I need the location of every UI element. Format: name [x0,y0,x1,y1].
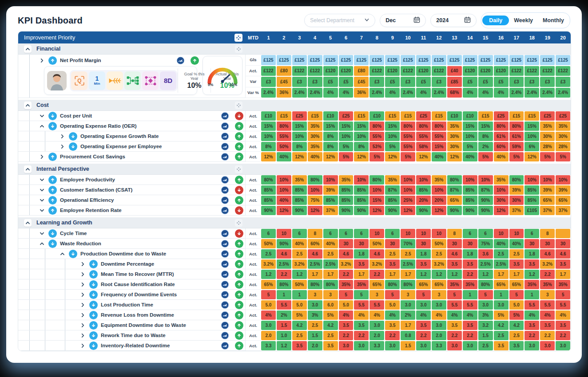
collapse-chevron-icon[interactable] [39,240,45,247]
expand-chevron-icon[interactable] [79,312,86,318]
data-cell: 55% [369,132,384,141]
kpi-row-left: Downtime Percentage [18,259,246,269]
drag-handle-icon[interactable] [235,219,242,227]
data-cell: 3.5 [354,259,369,269]
data-cell: 40% [292,239,307,248]
data-cell: 85% [323,196,338,205]
collapse-chevron-icon[interactable] [59,251,66,257]
data-cell: 85% [339,185,354,195]
performance-gauge-icon[interactable] [221,153,229,161]
one-min-badge[interactable]: 1Min [89,71,105,90]
data-cell: 1.7 [509,270,524,279]
toggle-option-monthly[interactable]: Monthly [538,16,569,25]
data-cell: 3% [308,310,322,320]
expand-chevron-icon[interactable] [39,153,45,160]
data-cell: 3.0 [478,300,493,310]
collapse-chevron-icon[interactable] [39,177,45,183]
performance-gauge-icon[interactable] [221,331,229,340]
performance-gauge-icon[interactable] [221,291,229,299]
data-cell: 90% [385,206,400,215]
eight-d-badge[interactable]: 8D [160,71,176,90]
data-cell: 2% [277,310,291,320]
drag-handle-icon[interactable] [235,102,242,109]
data-cell: 4% [463,88,477,98]
data-cell: 39% [540,185,555,195]
collapse-section-box[interactable] [24,102,32,109]
collapse-section-box[interactable] [24,165,32,173]
performance-gauge-icon[interactable] [221,229,229,238]
data-cell: 1.7 [401,270,415,279]
performance-gauge-icon[interactable] [221,112,229,120]
data-cell: 2.2 [463,270,477,279]
expand-chevron-icon[interactable] [79,281,86,288]
expand-chevron-icon[interactable] [39,57,45,64]
performance-gauge-icon[interactable] [176,56,185,65]
data-cell: 3.5 [556,259,570,269]
data-cell: 1 [277,290,291,299]
collapse-section-box[interactable] [24,219,32,227]
performance-gauge-icon[interactable] [221,280,229,289]
year-picker[interactable]: 2024 [430,14,477,27]
collapse-chevron-icon[interactable] [24,46,31,52]
collapse-chevron-icon[interactable] [39,197,45,204]
performance-gauge-icon[interactable] [221,142,229,151]
collapse-chevron-icon[interactable] [24,220,31,226]
performance-gauge-icon[interactable] [221,132,229,141]
day-column-header: 16 [493,35,509,40]
toggle-option-weekly[interactable]: Weekly [509,16,538,25]
performance-gauge-icon[interactable] [221,260,229,268]
collapse-chevron-icon[interactable] [39,187,45,193]
tree-diagram-icon[interactable] [124,71,141,90]
trend-up-icon [235,250,243,258]
performance-gauge-icon[interactable] [221,186,229,194]
collapse-chevron-icon[interactable] [24,102,31,109]
expand-chevron-icon[interactable] [79,322,86,329]
expand-chevron-icon[interactable] [59,143,66,150]
performance-gauge-icon[interactable] [221,250,229,258]
expand-chevron-icon[interactable] [79,261,86,267]
collapse-chevron-icon[interactable] [39,113,45,119]
data-cell: 1.2 [524,270,539,279]
performance-gauge-icon[interactable] [221,206,229,215]
performance-gauge-icon[interactable] [221,311,229,319]
expand-chevron-icon[interactable] [79,291,86,298]
performance-gauge-icon[interactable] [221,122,229,130]
collapse-chevron-icon[interactable] [39,123,45,130]
performance-gauge-icon[interactable] [221,301,229,309]
data-cell: £125 [261,55,276,65]
trend-down-icon [235,112,243,120]
collapse-chevron-icon[interactable] [24,166,31,173]
quality-badge-icon[interactable]: Q [71,71,87,90]
fishbone-diagram-icon[interactable] [107,71,123,90]
drag-handle-icon[interactable] [235,45,242,53]
performance-gauge-icon[interactable] [221,176,229,184]
department-select[interactable]: Select Department [304,14,375,27]
performance-gauge-icon[interactable] [221,321,229,330]
expand-chevron-icon[interactable] [79,342,86,349]
expand-chevron-icon[interactable] [59,133,66,140]
drag-handle-icon[interactable] [235,165,242,173]
move-icon[interactable] [234,34,242,42]
row-label: Act. [246,205,261,216]
owner-avatar[interactable] [47,71,67,90]
collapse-section-box[interactable] [24,45,32,53]
expand-chevron-icon[interactable] [79,332,86,339]
expand-chevron-icon[interactable] [79,302,86,308]
section-header: Internal Perspective [18,164,571,175]
kpi-name: Net Profit Margin [60,58,101,63]
process-flow-icon[interactable] [142,71,159,90]
performance-gauge-icon[interactable] [221,240,229,248]
performance-gauge-icon[interactable] [221,196,229,204]
collapse-chevron-icon[interactable] [39,207,45,214]
data-row: Act.2.01.02.51.52.52.22.22.02.20.82.22.0… [246,330,571,341]
performance-gauge-icon[interactable] [221,342,229,350]
collapse-chevron-icon[interactable] [39,230,45,237]
toggle-option-daily[interactable]: Daily [482,16,509,25]
row-label: Act. [246,66,261,77]
data-cell: 10 [369,229,384,238]
performance-gauge-icon[interactable] [221,270,229,279]
month-picker[interactable]: Dec [380,14,426,27]
expand-chevron-icon[interactable] [79,271,86,278]
kpi-row: Operational Efficiency Act.85%40%85%75%8… [18,195,571,205]
data-cell: 35% [524,280,539,289]
